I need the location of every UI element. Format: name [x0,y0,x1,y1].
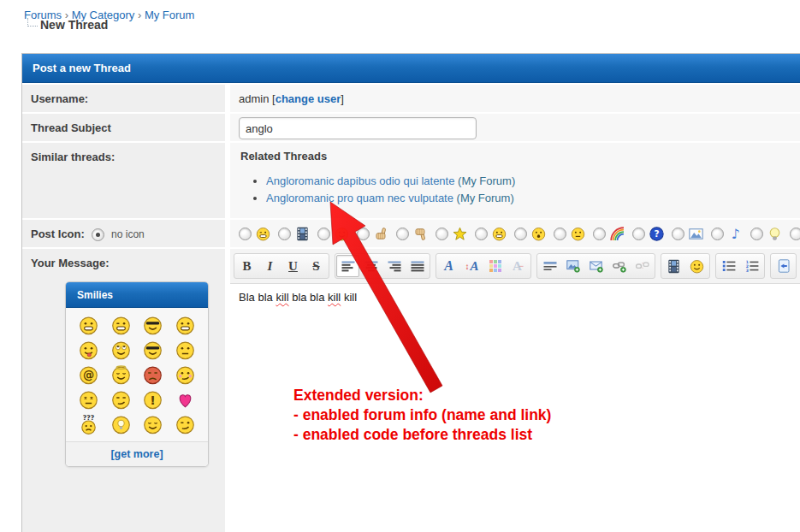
post-icon-radio-smiley[interactable] [317,228,330,240]
message-text-part: Bla bla [239,291,276,304]
smiley-rolleyes-icon[interactable] [105,339,138,362]
smiley-idea-icon[interactable] [105,413,138,436]
username-label: Username: [22,85,225,112]
smiley-cool2-icon[interactable] [137,339,169,362]
smiley-content-icon[interactable] [137,413,169,436]
smiley-smug-icon[interactable] [105,388,138,411]
align-right-button[interactable] [382,255,406,277]
insert-image-icon [566,259,580,273]
insert-code-button[interactable] [772,255,795,277]
horizontal-rule-icon [543,259,557,273]
annotation-line: - enabled forum info (name and link) [293,405,551,425]
related-threads-heading: Related Threads [240,150,800,163]
related-thread-forum-link[interactable]: (My Forum) [457,192,514,204]
font-color-button[interactable]: A [437,255,460,277]
font-palette-button[interactable] [483,255,507,277]
font-size-button[interactable]: ↕A [460,255,483,277]
similar-threads-label: Similar threads: [22,143,225,218]
underline-button[interactable]: U [281,255,305,277]
smiley-unsure-icon[interactable] [169,339,202,362]
unlink-button[interactable] [631,255,654,277]
post-icon-radio-film[interactable] [278,228,291,240]
strikethrough-button[interactable]: S [305,255,328,277]
post-icon-radio-star[interactable] [436,228,448,240]
smiley-grin-icon[interactable] [169,314,202,337]
smiley-mad-icon[interactable] [137,364,169,387]
no-icon-radio[interactable] [92,228,104,241]
remove-format-button[interactable]: A− [507,255,530,277]
toolbar-group [335,253,430,279]
align-left-button[interactable] [336,255,359,277]
toolbar-group [770,253,797,279]
smilies-grid: @!??? [66,308,208,441]
insert-email-button[interactable] [584,255,607,277]
post-icon-radio-thumbs-down[interactable] [396,228,409,240]
smiley-wink-icon[interactable] [105,314,138,337]
font-color-icon: A [444,258,453,274]
post-icon-radio-music[interactable] [711,228,724,240]
smiley-cool-icon[interactable] [137,314,169,337]
horizontal-rule-button[interactable] [538,255,561,277]
insert-image-button[interactable] [561,255,584,277]
post-icon-radio-rainbow[interactable] [593,228,606,240]
post-icon-radio-eek[interactable] [514,228,527,240]
list-unordered-button[interactable] [717,255,740,277]
thread-subject-input[interactable] [239,117,477,139]
toolbar-group: BIUS [234,253,329,279]
align-right-icon [388,261,401,272]
smiley-smile-icon[interactable] [73,314,105,337]
smilies-panel: Smilies @!??? [get more] [65,281,209,467]
insert-video-button[interactable] [662,255,685,277]
smiley-heart-icon[interactable] [169,388,202,411]
change-user-link[interactable]: change user [276,92,341,105]
align-center-icon [364,261,378,272]
post-thread-form: Username: admin [change user] Thread Sub… [22,85,800,532]
annotation-line: Extended version: [293,386,551,405]
post-icon-radio-wink[interactable] [239,228,252,240]
username-value: admin [239,92,269,105]
insert-code-icon [777,259,791,273]
post-icon-option: ♪ [711,227,743,241]
toolbar-group: 123 [715,253,765,279]
svg-text:@: @ [83,369,94,381]
related-thread-forum-link[interactable]: (My Forum) [458,174,515,187]
post-icon-radio-grin[interactable] [475,228,488,240]
italic-button[interactable]: I [258,255,281,277]
remove-format-icon: A− [513,259,524,274]
related-thread-link[interactable]: Angloromanic dapibus odio qui latente [266,174,454,187]
lightbulb-icon [767,227,782,241]
smiley-confused-icon[interactable]: ??? [73,413,105,436]
smiley-blush-icon[interactable] [169,364,202,387]
list-ordered-button[interactable]: 123 [740,255,763,277]
smiley-tongue-icon[interactable] [73,339,105,362]
post-icon-radio-lightbulb[interactable] [750,228,763,240]
related-thread-link[interactable]: Angloromanic pro quam nec vulputate [266,192,453,204]
post-icon-radio-unsure[interactable] [554,228,566,240]
post-icon-radio-blue-cut[interactable] [790,228,800,240]
rainbow-icon [610,227,625,241]
align-center-button[interactable] [359,255,382,277]
username-value-cell: admin [change user] [230,85,800,112]
smiley-wink2-icon[interactable] [169,413,202,436]
insert-link-button[interactable] [607,255,631,277]
align-justify-button[interactable] [406,255,429,277]
smiley-icon [335,227,349,241]
message-text-part: kill [341,291,357,304]
post-icon-radio-thumbs-up[interactable] [357,228,370,240]
list-unordered-icon [722,259,736,273]
bold-button[interactable]: B [235,255,258,277]
post-icon-radio-photo[interactable] [672,228,684,240]
related-threads-list: Angloromanic dapibus odio qui latente (M… [240,174,800,206]
insert-smiley-icon [690,259,704,274]
smiley-at-icon[interactable]: @ [73,364,105,387]
smiley-angel-icon[interactable] [105,364,138,387]
insert-smiley-button[interactable] [685,255,708,277]
smiley-dizzy-icon[interactable] [73,388,105,411]
post-icon-radio-question[interactable] [632,228,645,240]
toolbar-group [661,253,710,279]
post-icon-options: ?♪ [230,220,800,247]
get-more-smilies-link[interactable]: [get more] [110,448,163,460]
breadcrumb-link-my-forum[interactable]: My Forum [145,9,195,21]
smiley-exclaim-icon[interactable]: ! [137,388,169,411]
misspelled-word: kill [328,291,341,304]
